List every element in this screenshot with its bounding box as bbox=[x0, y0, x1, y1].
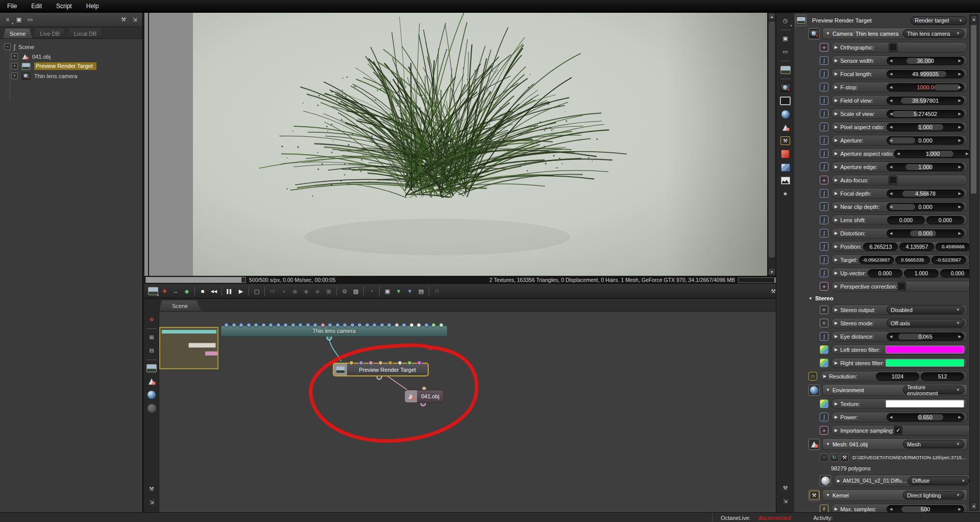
show-rendertarget-icon[interactable] bbox=[145, 362, 158, 374]
mesh-settings-icon[interactable]: ⚒ bbox=[840, 453, 849, 462]
max-samples-slider[interactable]: ◀500▶ bbox=[887, 505, 964, 513]
off-axis-dropdown[interactable]: Off-axis▼ bbox=[887, 319, 964, 327]
expand-caret-icon[interactable]: ▶ bbox=[835, 257, 838, 262]
node-pin[interactable] bbox=[378, 361, 383, 365]
recenter-view-icon[interactable]: ✚ bbox=[159, 286, 170, 297]
graph-settings-icon[interactable]: ⚒ bbox=[145, 483, 158, 495]
node-pin[interactable] bbox=[395, 323, 399, 327]
expand-caret-icon[interactable]: ▼ bbox=[826, 388, 830, 392]
copy-image-icon[interactable]: ▣ bbox=[382, 286, 393, 297]
render-passes-icon[interactable]: ▾ bbox=[148, 286, 159, 297]
node-041-obj[interactable]: 041.obj bbox=[404, 390, 444, 403]
scroll-down-icon[interactable]: ▼ bbox=[971, 503, 977, 510]
node-pin[interactable] bbox=[342, 323, 347, 327]
value-field[interactable]: 1024 bbox=[876, 372, 919, 381]
node-pin[interactable] bbox=[369, 361, 373, 365]
background-image-icon[interactable]: ▤ bbox=[415, 286, 427, 297]
tab-scene[interactable]: Scene bbox=[3, 29, 32, 38]
expand-caret-icon[interactable]: ▶ bbox=[835, 321, 838, 325]
expand-caret-icon[interactable]: ▼ bbox=[826, 442, 830, 446]
expand-caret-icon[interactable]: ▶ bbox=[835, 98, 838, 103]
node-pin[interactable] bbox=[247, 323, 251, 327]
texture-environment-dropdown[interactable]: Texture environment▼ bbox=[903, 386, 964, 394]
node-pin[interactable] bbox=[298, 323, 303, 327]
passes-node-icon[interactable] bbox=[779, 161, 792, 174]
menu-help[interactable]: Help bbox=[79, 0, 106, 12]
value-field[interactable]: 0.000 bbox=[887, 216, 925, 224]
pick-mode-icon[interactable]: ▢ bbox=[251, 286, 262, 297]
expand-caret-icon[interactable]: ▶ bbox=[835, 284, 838, 289]
node-pin[interactable] bbox=[357, 323, 362, 327]
expand-caret-icon[interactable]: ▶ bbox=[835, 428, 838, 433]
focal-depth-slider[interactable]: ◀4.56678▶ bbox=[887, 189, 964, 198]
expand-caret-icon[interactable]: ▶ bbox=[835, 347, 838, 352]
save-image-icon[interactable]: ▼ bbox=[393, 286, 404, 297]
resolution-node-icon[interactable] bbox=[779, 94, 792, 107]
refresh-mesh-icon[interactable]: ↻ bbox=[830, 453, 839, 462]
outliner-mode-icon[interactable]: ≡▾ bbox=[2, 14, 13, 25]
save-exr-icon[interactable]: ▼ bbox=[404, 286, 415, 297]
deselect-target-icon[interactable]: ⊗ bbox=[145, 313, 158, 325]
expand-caret-icon[interactable]: ▶ bbox=[835, 334, 838, 339]
node-pin[interactable] bbox=[254, 323, 258, 327]
pause-render-button[interactable]: ▌▌ bbox=[224, 286, 235, 297]
inspector-fullscreen-icon[interactable]: ⇲ bbox=[779, 495, 792, 508]
node-pin[interactable] bbox=[388, 361, 393, 365]
expand-caret-icon[interactable]: ▶ bbox=[835, 45, 838, 50]
pixel-aspect-ratio-slider[interactable]: ◀1.000▶ bbox=[887, 123, 964, 131]
show-material-icon[interactable] bbox=[145, 402, 158, 414]
expand-caret-icon[interactable]: ▶ bbox=[835, 138, 838, 143]
menu-script[interactable]: Script bbox=[49, 0, 79, 12]
expand-caret-icon[interactable]: ▶ bbox=[823, 374, 826, 378]
menu-edit[interactable]: Edit bbox=[24, 0, 49, 12]
scroll-down-icon[interactable]: ▼ bbox=[768, 268, 775, 275]
expand-caret-icon[interactable]: ▶ bbox=[835, 125, 838, 129]
node-pin[interactable] bbox=[380, 323, 384, 327]
aperture-edge-slider[interactable]: ◀1.000▶ bbox=[887, 163, 964, 171]
node-pin[interactable] bbox=[439, 323, 444, 327]
expand-caret-icon[interactable]: ▶ bbox=[835, 401, 838, 406]
node-pin[interactable] bbox=[402, 323, 406, 327]
node-pin[interactable] bbox=[261, 323, 266, 327]
scrollbar-thumb[interactable] bbox=[769, 21, 775, 257]
node-pin[interactable] bbox=[268, 323, 273, 327]
stop-render-button[interactable]: ■ bbox=[197, 286, 208, 297]
postproc-node-icon[interactable]: ★ bbox=[779, 187, 792, 200]
whitebalance-picker-icon[interactable]: ◉ bbox=[289, 286, 301, 297]
split-window-icon[interactable]: ▭ bbox=[24, 14, 36, 25]
medium-node-icon[interactable] bbox=[779, 148, 792, 160]
diffuse-dropdown[interactable]: Diffuse▼ bbox=[908, 477, 969, 485]
expand-caret-icon[interactable]: ▶ bbox=[835, 164, 838, 169]
right-stereo-filter-color-swatch[interactable] bbox=[886, 359, 964, 367]
expand-caret-icon[interactable]: ▶ bbox=[835, 178, 838, 182]
render-priority-icon[interactable]: ◔ bbox=[366, 286, 377, 297]
node-pin[interactable] bbox=[306, 323, 310, 327]
camera-node-icon[interactable] bbox=[779, 81, 792, 94]
show-mesh-icon[interactable] bbox=[145, 375, 158, 388]
auto-focus-checkbox[interactable] bbox=[889, 176, 897, 184]
color-wheel-icon[interactable]: ◑ bbox=[278, 286, 289, 297]
node-thin-lens-camera[interactable]: Thin lens camera bbox=[220, 325, 448, 337]
value-field[interactable]: 0.4595666 bbox=[936, 243, 970, 251]
split-window-icon[interactable]: ▭ bbox=[779, 45, 792, 58]
expand-caret-icon[interactable]: ▶ bbox=[835, 231, 838, 235]
value-field[interactable]: 1.000 bbox=[904, 269, 939, 277]
node-pin[interactable] bbox=[416, 323, 421, 327]
value-field[interactable]: 0.000 bbox=[926, 216, 964, 224]
thin-lens-camera-dropdown[interactable]: Thin lens camera▼ bbox=[903, 29, 964, 38]
node-pin[interactable] bbox=[321, 323, 325, 327]
tree-item-preview-render-target[interactable]: +Preview Render Target bbox=[0, 61, 142, 71]
autofocus-picker-icon[interactable]: AF bbox=[267, 286, 278, 297]
value-field[interactable]: 4.135957 bbox=[899, 243, 934, 251]
tree-item-041-obj[interactable]: +041.obj bbox=[0, 52, 142, 61]
value-field[interactable]: -0.5223567 bbox=[932, 256, 966, 264]
reload-mesh-icon[interactable]: ↑ bbox=[820, 453, 828, 462]
environment-node-icon[interactable] bbox=[779, 108, 792, 121]
node-pin[interactable] bbox=[417, 361, 422, 365]
render-settings-icon[interactable]: ◷▾ bbox=[779, 14, 792, 27]
aperture-slider[interactable]: ◀0.000▶ bbox=[887, 136, 964, 145]
value-field[interactable]: 0.5665335 bbox=[895, 256, 930, 264]
scale-of-view-slider[interactable]: ◀5.274502▶ bbox=[887, 110, 964, 118]
inspector-settings-icon[interactable]: ⚒ bbox=[779, 482, 792, 494]
rgb-channels-icon[interactable]: ◆ bbox=[181, 286, 192, 297]
